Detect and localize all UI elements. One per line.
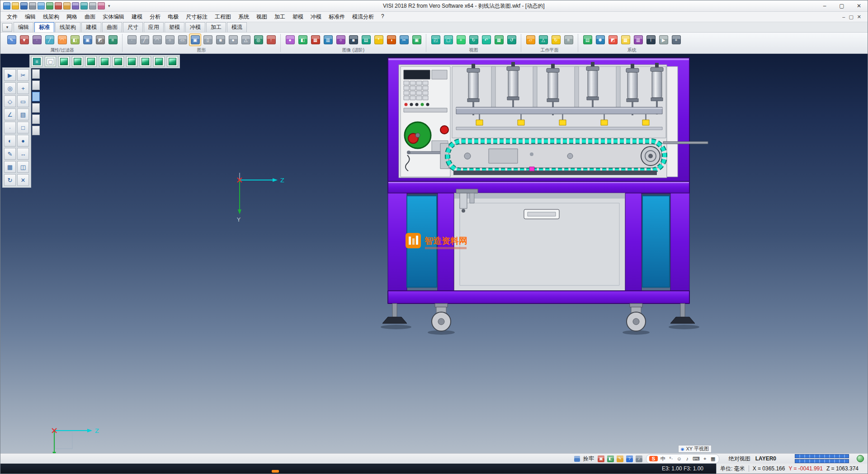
- ime-grid-icon[interactable]: ▦: [710, 456, 716, 462]
- active-layer-label[interactable]: LAYER0: [755, 455, 776, 462]
- doc-minimize-button[interactable]: –: [842, 14, 845, 20]
- menu-item[interactable]: 网格: [63, 12, 81, 22]
- light-icon[interactable]: *: [373, 33, 385, 46]
- ime-punct-icon[interactable]: °·: [668, 456, 674, 461]
- select-tool-icon[interactable]: ▶: [4, 69, 16, 81]
- menu-item[interactable]: 建模: [128, 12, 146, 22]
- layers-icon[interactable]: ▤: [581, 33, 594, 46]
- menu-item[interactable]: 线架构: [39, 12, 63, 22]
- options-icon[interactable]: +: [670, 33, 682, 46]
- menu-item[interactable]: 分析: [146, 12, 164, 22]
- snap-toggle-6[interactable]: [32, 126, 40, 135]
- snap-toggle-2[interactable]: [32, 81, 40, 90]
- tool-tab[interactable]: 线架构: [55, 22, 80, 32]
- menu-item[interactable]: 尺寸标注: [182, 12, 211, 22]
- render-icon[interactable]: ●: [284, 33, 296, 46]
- arc-icon[interactable]: ◠: [151, 33, 163, 46]
- section-icon[interactable]: ✂: [398, 33, 410, 46]
- cylinder-icon[interactable]: ▯: [202, 33, 214, 46]
- snap-toggle-5[interactable]: [32, 114, 40, 124]
- filter-lines-icon[interactable]: ╱: [43, 33, 56, 46]
- select-mode-icon[interactable]: [89, 2, 96, 9]
- new-file-icon[interactable]: [3, 2, 10, 9]
- redo-icon[interactable]: [55, 2, 62, 9]
- macro-icon[interactable]: [98, 2, 105, 9]
- tool-tab[interactable]: 加工: [206, 22, 226, 32]
- zoom-fit-icon[interactable]: ◰: [429, 33, 442, 46]
- menu-item[interactable]: 加工: [271, 12, 289, 22]
- mirror-tool-icon[interactable]: ◇: [4, 95, 16, 107]
- database-icon[interactable]: ▥: [632, 33, 644, 46]
- menu-item[interactable]: 工程图: [211, 12, 235, 22]
- material-icon[interactable]: ■: [347, 33, 359, 46]
- properties-icon[interactable]: ✎: [5, 33, 18, 46]
- sound-icon[interactable]: ♪: [635, 455, 643, 463]
- point-icon[interactable]: ·: [126, 33, 138, 46]
- tool-tab[interactable]: 塑模: [165, 22, 184, 32]
- filter-arcs-icon[interactable]: ◠: [56, 33, 68, 46]
- transparency-icon[interactable]: ○: [335, 33, 347, 46]
- doc-close-button[interactable]: ✕: [857, 14, 861, 20]
- workplane-3pt-icon[interactable]: △: [537, 33, 549, 46]
- rectangle-icon[interactable]: ▭: [176, 33, 189, 46]
- menu-item[interactable]: 视图: [253, 12, 271, 22]
- snap-center-icon[interactable]: ●: [17, 135, 29, 147]
- print-icon[interactable]: [29, 2, 36, 9]
- view-plane-icon[interactable]: ▢: [45, 56, 56, 67]
- ime-emoji-icon[interactable]: ☺: [676, 456, 682, 461]
- doc-restore-button[interactable]: ▢: [849, 14, 853, 20]
- view-back-icon[interactable]: [99, 56, 110, 67]
- screen-icon[interactable]: ◧: [607, 455, 614, 463]
- view-left-icon[interactable]: [113, 56, 124, 67]
- sphere-icon[interactable]: ●: [227, 33, 239, 46]
- dimension-tool-icon[interactable]: ↔: [17, 148, 29, 160]
- layers-tool-icon[interactable]: ▤: [17, 109, 29, 120]
- view-dimetric-icon[interactable]: [167, 56, 178, 67]
- profile-icon[interactable]: ◎: [252, 33, 264, 46]
- paste-icon[interactable]: [72, 2, 79, 9]
- menu-item[interactable]: 标准件: [325, 12, 349, 22]
- menu-item[interactable]: 冲模: [307, 12, 325, 22]
- menu-item[interactable]: 塑模: [289, 12, 307, 22]
- close-button[interactable]: ✕: [850, 1, 868, 11]
- shade-icon[interactable]: ◧: [297, 33, 309, 46]
- trim-tool-icon[interactable]: ✂: [17, 69, 29, 81]
- workplane-list-icon[interactable]: ≡: [562, 33, 575, 46]
- grid-icon[interactable]: ▦: [619, 33, 632, 46]
- save-file-icon[interactable]: [20, 2, 28, 9]
- annotate-icon[interactable]: ✎: [616, 455, 624, 463]
- erase-tool-icon[interactable]: ▭: [17, 95, 29, 107]
- view-menu-icon[interactable]: ≡: [31, 56, 42, 67]
- zoom-window-icon[interactable]: ▢: [442, 33, 454, 46]
- wireframe-icon[interactable]: ▦: [309, 33, 321, 46]
- menu-item[interactable]: 模流分析: [349, 12, 377, 22]
- previous-view-icon[interactable]: ↶: [480, 33, 492, 46]
- copy-icon[interactable]: [63, 2, 71, 9]
- zoom-tool-icon[interactable]: ◎: [4, 82, 16, 94]
- capture-view-icon[interactable]: ▣: [410, 33, 423, 46]
- maximize-button[interactable]: ▢: [833, 1, 850, 11]
- info-icon[interactable]: i: [645, 33, 657, 46]
- texture-icon[interactable]: ▤: [360, 33, 372, 46]
- filter-solids-icon[interactable]: ▣: [81, 33, 94, 46]
- snap-toggle-1[interactable]: [32, 69, 40, 79]
- settings-icon[interactable]: ✱: [594, 33, 606, 46]
- tool-tab[interactable]: 标准: [34, 22, 54, 32]
- open-file-icon[interactable]: [12, 2, 19, 9]
- box-icon[interactable]: ■: [214, 33, 226, 46]
- menu-item[interactable]: 文件: [3, 12, 21, 22]
- view-bottom-icon[interactable]: [140, 56, 151, 67]
- menu-item[interactable]: 编辑: [21, 12, 39, 22]
- sketch-tool-icon[interactable]: ✎: [4, 148, 16, 160]
- capture-icon[interactable]: ▣: [597, 455, 605, 463]
- view-right-icon[interactable]: [126, 56, 137, 67]
- preview-icon[interactable]: [38, 2, 45, 9]
- copy-tool-icon[interactable]: ◫: [17, 161, 29, 173]
- line-icon[interactable]: ╱: [138, 33, 151, 46]
- tool-tab[interactable]: 尺寸: [123, 22, 143, 32]
- workplane-indicator[interactable]: ◉ XY 平视图: [678, 445, 712, 453]
- ime-tools-icon[interactable]: +: [702, 456, 708, 461]
- undo-icon[interactable]: [46, 2, 53, 9]
- help-quick-icon[interactable]: [80, 2, 88, 9]
- menu-item[interactable]: 曲面: [81, 12, 99, 22]
